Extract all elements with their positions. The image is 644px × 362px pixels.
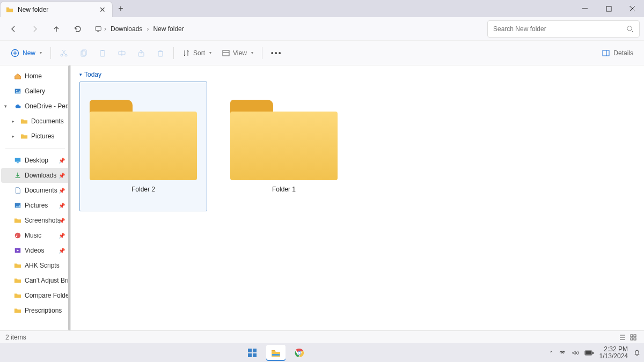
breadcrumb[interactable]: › Downloads › New folder [90,20,484,38]
view-label: View [233,49,247,57]
details-pane-button[interactable]: Details [597,45,638,62]
notifications-icon[interactable] [633,349,641,357]
sort-button[interactable]: Sort ▾ [178,45,216,62]
sidebar-item-documents[interactable]: Documents 📌 [1,183,69,198]
pin-icon: 📌 [58,218,65,224]
svg-point-48 [298,352,301,354]
sidebar-label: Downloads [25,172,56,179]
new-tab-button[interactable]: + [113,0,129,17]
battery-icon[interactable] [584,350,594,356]
close-window-button[interactable] [620,0,644,17]
details-label: Details [613,49,633,57]
pin-icon: 📌 [58,158,65,164]
folder-icon [6,6,13,13]
sidebar-item-desktop[interactable]: Desktop 📌 [1,153,69,168]
chevron-down-icon[interactable]: ▾ [4,104,7,109]
sidebar-item-compare-folder[interactable]: Compare Folder [1,288,69,303]
sidebar-label: AHK Scripts [25,262,60,269]
system-tray[interactable]: ⌃ 2:32 PM 1/13/2024 [549,346,641,360]
file-item-folder1[interactable]: Folder 1 [220,82,348,211]
sidebar-item-screenshots[interactable]: Screenshots 📌 [1,213,69,228]
close-tab-icon[interactable]: ✕ [98,5,107,14]
sidebar-item-downloads[interactable]: Downloads 📌 [1,168,69,183]
title-drag-area[interactable] [129,0,573,17]
taskbar[interactable]: ⌃ 2:32 PM 1/13/2024 [0,343,644,362]
sidebar-label: Music [25,232,41,239]
wifi-icon[interactable] [559,349,566,357]
chevron-down-icon: ▾ [79,72,82,77]
thumbnails-view-button[interactable] [628,332,639,343]
search-box[interactable] [487,20,640,38]
folder-icon [230,100,338,180]
folder-icon [90,100,197,180]
up-button[interactable] [47,20,65,38]
taskbar-explorer-button[interactable] [266,345,286,361]
maximize-button[interactable] [597,0,620,17]
forward-button[interactable] [26,20,44,38]
chevron-right-icon[interactable]: › [104,25,106,33]
chevron-up-icon[interactable]: ⌃ [549,350,553,356]
refresh-button[interactable] [69,20,87,38]
chevron-right-icon[interactable]: ▸ [12,134,14,139]
new-button[interactable]: New ▾ [6,45,46,62]
paste-button[interactable] [94,45,111,62]
sidebar-item-ahk[interactable]: AHK Scripts [1,258,69,273]
sidebar-item-cant-adjust[interactable]: Can't Adjust Bri [1,273,69,288]
folder-icon [20,117,28,125]
sidebar-item-gallery[interactable]: Gallery [1,84,69,99]
nav-bar: › Downloads › New folder [0,17,644,41]
desktop-icon [14,157,21,164]
folder-icon [20,132,28,140]
taskbar-center [3,345,549,361]
scrollbar[interactable] [68,65,70,330]
sort-label: Sort [193,49,205,57]
sidebar-label: Documents [31,117,64,125]
chevron-right-icon[interactable]: › [147,25,149,33]
taskbar-chrome-button[interactable] [290,345,309,361]
sidebar-item-prescriptions[interactable]: Prescriptions [1,303,69,318]
sidebar-item-music[interactable]: Music 📌 [1,228,69,243]
taskbar-start-button[interactable] [243,345,262,361]
sidebar-item-videos[interactable]: Videos 📌 [1,243,69,258]
clock-date: 1/13/2024 [599,353,628,360]
volume-icon[interactable] [572,349,579,357]
sidebar-label: Pictures [31,132,54,140]
tab-new-folder[interactable]: New folder ✕ [0,1,113,17]
back-button[interactable] [4,20,23,38]
share-button[interactable] [133,45,150,62]
more-button[interactable]: ••• [267,45,287,62]
sidebar-item-onedrive-documents[interactable]: ▸ Documents [1,114,69,129]
breadcrumb-new-folder[interactable]: New folder [151,24,186,34]
minimize-button[interactable] [573,0,597,17]
rename-button[interactable] [113,45,130,62]
group-header-today[interactable]: ▾ Today [79,71,635,78]
sidebar-item-onedrive-pictures[interactable]: ▸ Pictures [1,129,69,144]
details-view-button[interactable] [617,332,628,343]
sidebar-label: OneDrive - Perso [25,102,71,110]
svg-rect-44 [253,353,257,357]
sidebar-item-home[interactable]: Home [1,69,69,84]
navigation-pane[interactable]: Home Gallery ▾ OneDrive - Perso ▸ Docume… [0,65,71,330]
view-button[interactable]: View ▾ [218,45,258,62]
file-view[interactable]: ▾ Today Folder 2 Folder 1 [71,65,644,330]
cut-button[interactable] [55,45,72,62]
file-item-folder2[interactable]: Folder 2 [79,82,207,211]
clock[interactable]: 2:32 PM 1/13/2024 [599,346,628,360]
svg-rect-1 [606,6,611,11]
home-icon [14,72,21,80]
gallery-icon [14,87,21,95]
svg-point-6 [627,26,632,31]
breadcrumb-downloads[interactable]: Downloads [108,24,144,34]
status-bar: 2 items [0,330,644,343]
svg-rect-41 [248,349,252,352]
pictures-icon [14,202,21,209]
search-input[interactable] [493,25,626,33]
delete-button[interactable] [152,45,169,62]
sidebar-label: Gallery [25,87,45,95]
copy-button[interactable] [75,45,92,62]
monitor-icon [94,25,102,33]
chevron-right-icon[interactable]: ▸ [12,119,14,124]
svg-point-32 [15,233,21,239]
sidebar-item-onedrive[interactable]: ▾ OneDrive - Perso [1,99,69,114]
sidebar-item-pictures[interactable]: Pictures 📌 [1,198,69,213]
